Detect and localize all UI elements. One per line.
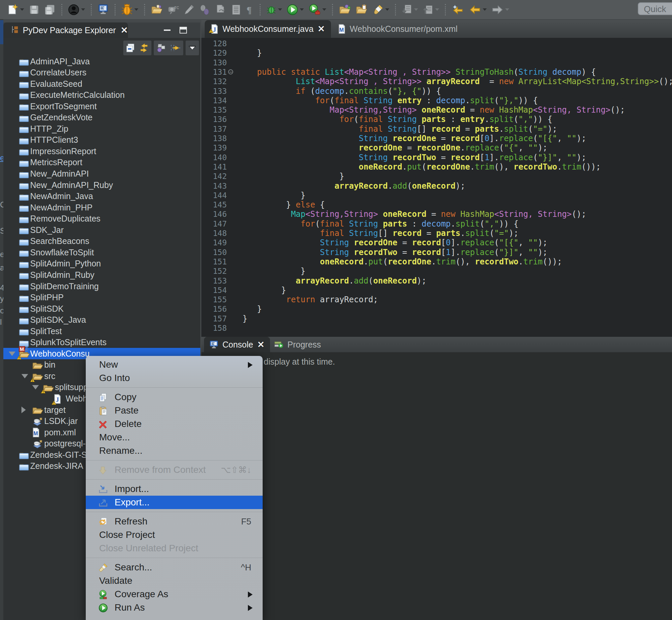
menu-item-go-into[interactable]: Go Into [86, 371, 263, 385]
console-tab-progress[interactable]: Progress [269, 337, 330, 352]
tree-item-correlateusers[interactable]: CorrelateUsers [3, 67, 200, 79]
toolbar-button-task-folder[interactable] [151, 3, 163, 16]
editor-tab-webhookconsumer-java[interactable]: JWebhookConsumer.java✕ [205, 20, 331, 38]
tree-item-splitsdk[interactable]: SplitSDK [3, 303, 200, 314]
tree-item-splitadmin-ruby[interactable]: SplitAdmin_Ruby [3, 269, 200, 280]
tree-item-newadmin-java[interactable]: NewAdmin_Java [3, 191, 200, 202]
tree-item-exporttosegment[interactable]: ExportToSegment [3, 101, 200, 112]
dropdown-arrow-icon[interactable] [322, 8, 326, 11]
code-line-128: 128 [201, 39, 672, 49]
menu-item-move[interactable]: Move... [86, 431, 263, 444]
menu-item-run-as[interactable]: Run As [86, 601, 263, 614]
code-line-153: 153 arrayRecord.add(oneRecord); [201, 276, 672, 286]
tree-item-splunktosplitevents[interactable]: SplunkToSplitEvents [3, 337, 200, 348]
expand-arrow-icon[interactable] [21, 407, 26, 413]
tree-item-splitphp[interactable]: SplitPHP [3, 292, 200, 303]
tree-item-splitdemotraining[interactable]: SplitDemoTraining [3, 280, 200, 292]
tree-item-splitsdk-java[interactable]: SplitSDK_Java [3, 314, 200, 326]
code-editor[interactable]: 128129 }130131− public static List<Map<S… [201, 38, 672, 337]
project-icon [19, 135, 30, 145]
tab-pydev-package-explorer[interactable]: PyDev Package Explorer ✕ [3, 22, 128, 38]
tree-item-splitadmin-python[interactable]: SplitAdmin_Python [3, 258, 200, 269]
dropdown-arrow-icon[interactable] [483, 8, 487, 11]
maven-decorator-icon: M [19, 346, 25, 352]
console-tab-console[interactable]: Console✕ [204, 337, 270, 352]
collapse-arrow-icon[interactable] [32, 385, 39, 390]
tree-item-httpclient3[interactable]: HTTPClient3 [3, 135, 200, 146]
toolbar-button-run-green[interactable] [287, 3, 304, 16]
menu-item-copy[interactable]: Copy [86, 391, 263, 404]
tree-item-sdk-jar[interactable]: SDK_Jar [3, 224, 200, 236]
tree-item-new-adminapi[interactable]: New_AdminAPI [3, 168, 200, 179]
dropdown-arrow-icon[interactable] [81, 8, 85, 11]
tree-item-snowflaketosplit[interactable]: SnowflakeToSplit [3, 247, 200, 258]
dropdown-arrow-icon[interactable] [505, 8, 509, 11]
code-line-141: 141 oneRecord.put(recordOne.trim(), reco… [201, 162, 672, 172]
project-icon [19, 202, 30, 212]
close-icon[interactable]: ✕ [121, 25, 128, 36]
menu-item-close-project[interactable]: Close Project [86, 528, 263, 541]
toolbar-button-bug-green[interactable] [266, 3, 282, 16]
main-toolbar: TC¶ [0, 0, 672, 19]
toolbar-button-marker-pen[interactable] [372, 3, 389, 16]
toolbar-button-back[interactable] [469, 3, 487, 16]
tree-item-searchbeacons[interactable]: SearchBeacons [3, 236, 200, 247]
dropdown-arrow-icon[interactable] [278, 8, 282, 11]
menu-item-validate[interactable]: Validate [86, 574, 263, 587]
tree-item-newadmin-php[interactable]: NewAdmin_PHP [3, 202, 200, 213]
view-menu-icon[interactable] [187, 45, 197, 51]
collapse-arrow-icon[interactable] [9, 352, 15, 356]
tree-item-metricsreport[interactable]: MetricsReport [3, 157, 200, 168]
close-icon[interactable]: ✕ [257, 340, 265, 350]
dropdown-arrow-icon[interactable] [435, 8, 439, 11]
menu-item-import[interactable]: Import... [86, 482, 263, 496]
menu-item-paste[interactable]: Paste [86, 404, 263, 417]
menu-item-refresh[interactable]: RefreshF5 [86, 515, 263, 528]
dropdown-arrow-icon[interactable] [385, 8, 389, 11]
line-number: 134 [207, 96, 227, 106]
tree-item-adminapi-java[interactable]: AdminAPI_Java [3, 56, 200, 67]
tree-item-executemetriccalculation[interactable]: ExecuteMetricCalculation [3, 90, 200, 101]
tree-item-impressionreport[interactable]: ImpressionReport [3, 146, 200, 157]
toolbar-button-folder-balls[interactable] [339, 3, 351, 16]
menu-item-new[interactable]: New [86, 358, 263, 371]
editor-tab-webhookconsumer-pom-xml[interactable]: MWebhookConsumer/pom.xml [332, 20, 468, 38]
menu-item-export[interactable]: Export... [86, 496, 263, 509]
maximize-icon[interactable] [178, 26, 188, 35]
toolbar-button-back-star[interactable] [452, 3, 464, 16]
toolbar-button-bug-orange[interactable] [121, 3, 138, 16]
tree-item-getzendeskvote[interactable]: GetZendeskVote [3, 112, 200, 123]
dropdown-arrow-icon[interactable] [300, 8, 304, 11]
editor-area[interactable]: JWebhookConsumer.java✕MWebhookConsumer/p… [201, 20, 672, 337]
quick-access-box[interactable]: Quick [638, 2, 672, 15]
tree-item-splittest[interactable]: SplitTest [3, 325, 200, 337]
focus-task-icon[interactable] [170, 43, 181, 53]
toolbar-button-folder-clipboard[interactable] [355, 3, 368, 16]
project-icon [19, 113, 30, 123]
fold-marker-icon[interactable]: − [228, 69, 233, 74]
menu-item-delete[interactable]: Delete [86, 417, 263, 431]
toolbar-button-remote-monitor[interactable] [98, 3, 109, 16]
menu-item-coverage-as[interactable]: Coverage As [86, 587, 263, 601]
close-icon[interactable]: ✕ [318, 24, 325, 34]
menu-item-rename[interactable]: Rename... [86, 444, 263, 458]
toolbar-button-user-profile[interactable] [68, 3, 85, 16]
collapse-all-icon[interactable] [125, 43, 135, 53]
java-file-icon: J [211, 24, 218, 34]
toolbar-button-new-wizard[interactable] [7, 3, 24, 16]
code-text: String recordOne = record[0].replace("[{… [233, 238, 547, 248]
dropdown-arrow-icon[interactable] [20, 8, 24, 11]
link-editor-icon[interactable] [139, 43, 150, 53]
toolbar-button-run-profile[interactable] [309, 3, 326, 16]
collapse-arrow-icon[interactable] [21, 374, 28, 378]
tree-item-new-adminapi-ruby[interactable]: New_AdminAPI_Ruby [3, 179, 200, 191]
package-presentation-icon[interactable] [156, 43, 167, 53]
toolbar-button-pilcrow[interactable]: ¶ [246, 3, 254, 16]
dropdown-arrow-icon[interactable] [134, 8, 138, 11]
tree-item-removeduplicates[interactable]: RemoveDuplicates [3, 213, 200, 224]
tree-item-evaluateseed[interactable]: EvaluateSeed [3, 78, 200, 90]
minimize-icon[interactable] [162, 26, 172, 35]
tree-item-http-zip[interactable]: HTTP_Zip [3, 123, 200, 135]
dropdown-arrow-icon[interactable] [414, 8, 418, 11]
menu-item-search[interactable]: Search...^H [86, 561, 263, 574]
